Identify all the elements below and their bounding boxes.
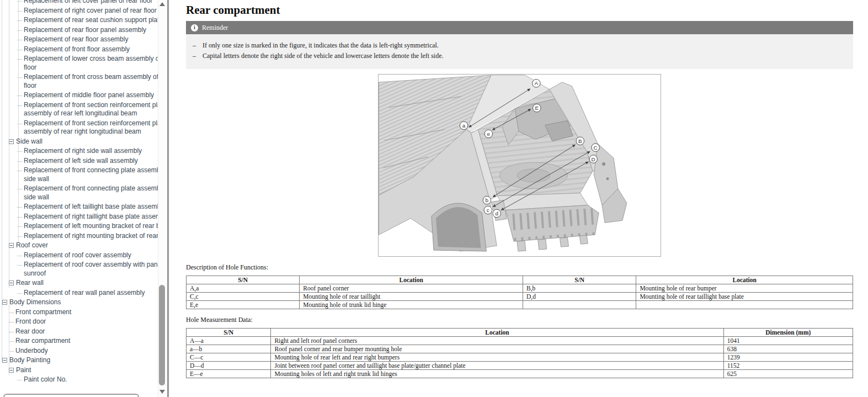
tree-item[interactable]: Replacement of roof cover assembly — [0, 251, 158, 261]
car-body-diagram: AEaeBCDbcd — [379, 75, 661, 256]
svg-text:D: D — [592, 156, 595, 162]
tree-item[interactable]: Replacement of left cover panel of rear … — [0, 0, 158, 6]
tree-item[interactable]: Front compartment — [0, 308, 158, 317]
tree-connector — [9, 332, 14, 332]
tree-item-label: Underbody — [15, 347, 48, 356]
tree-item-label: Replacement of rear seat cushion support… — [24, 16, 158, 25]
car-body-art — [379, 75, 627, 251]
navigation-sidebar: Replacement of left cover panel of rear … — [0, 0, 169, 397]
table-cell: B,b — [523, 284, 636, 293]
tree-group-rear-wall[interactable]: Rear wall — [0, 278, 158, 288]
tree-connector — [17, 293, 22, 294]
tree-item[interactable]: Replacement of right mounting bracket of… — [0, 231, 158, 241]
scroll-down-icon[interactable] — [159, 390, 165, 394]
tree-item[interactable]: Replacement of roof cover assembly with … — [0, 260, 158, 278]
tree-item[interactable]: Replacement of right side wall assembly — [0, 146, 158, 156]
tree-item[interactable]: Underbody — [0, 346, 158, 356]
tree-item[interactable]: Replacement of front connecting plate as… — [0, 166, 158, 184]
tree-item[interactable]: Replacement of middle floor panel assemb… — [0, 91, 158, 100]
note-text: Capital letters denote the right side of… — [203, 52, 444, 60]
table-cell: Mounting hole of rear bumper — [636, 284, 853, 293]
tree-item-label: Replacement of front connecting plate as… — [24, 184, 158, 202]
tree-item-label: Replacement of rear floor assembly — [24, 35, 128, 44]
svg-text:C: C — [594, 145, 598, 151]
table-cell: A,a — [187, 284, 300, 293]
tree-item[interactable]: Replacement of left mounting bracket of … — [0, 221, 158, 231]
tree-connector — [17, 161, 22, 162]
tree-item[interactable]: Replacement of right cover panel of rear… — [0, 6, 158, 16]
collapse-icon[interactable] — [9, 243, 14, 248]
tree-item[interactable]: Replacement of left taillight base plate… — [0, 202, 158, 212]
sidebar-tree: Replacement of left cover panel of rear … — [0, 0, 158, 385]
collapse-icon[interactable] — [9, 280, 14, 285]
tree-item[interactable]: Replacement of front connecting plate as… — [0, 184, 158, 202]
tree-item[interactable]: Front door — [0, 317, 158, 327]
tree-item[interactable]: Replacement of lower cross beam assembly… — [0, 54, 158, 72]
tree-group-body-dimensions[interactable]: Body Dimensions — [0, 298, 158, 308]
tree-item-label: Replacement of lower cross beam assembly… — [24, 55, 158, 72]
tree-connector — [9, 341, 14, 342]
table-cell: Mounting hole of rear left and rear righ… — [271, 353, 723, 362]
tree-group-side-wall[interactable]: Side wall — [0, 137, 158, 147]
tree-item[interactable]: Replacement of front floor assembly — [0, 45, 158, 55]
svg-text:A: A — [535, 80, 539, 86]
hole-functions-table: S/NLocationS/NLocationA,aRoof panel corn… — [186, 276, 853, 309]
tree-item[interactable]: Replacement of rear floor assembly — [0, 35, 158, 45]
tree-item-label: Rear wall — [16, 279, 44, 288]
tree-item[interactable]: Replacement of rear wall panel assembly — [0, 288, 158, 298]
svg-text:c: c — [487, 207, 489, 213]
tree-item[interactable]: Paint color No. — [0, 375, 158, 385]
table-cell: E,e — [187, 301, 300, 309]
tree-connector — [17, 151, 22, 152]
collapse-icon[interactable] — [9, 139, 14, 144]
reminder-notes: –If only one size is marked in the figur… — [186, 34, 853, 69]
note-text: If only one size is marked in the figure… — [203, 41, 439, 49]
table-cell: Roof panel corner and rear bumper mounti… — [271, 345, 723, 353]
tree-group-body-painting[interactable]: Body Painting — [0, 356, 158, 366]
tree-group-roof-cover[interactable]: Roof cover — [0, 241, 158, 251]
tree-group-paint[interactable]: Paint — [0, 366, 158, 375]
sidebar-horizontal-scrollbar[interactable] — [3, 394, 139, 397]
hole-measurements-table: S/NLocationDimension (mm)A—aRight and le… — [186, 328, 853, 378]
table-cell: Roof panel corner — [300, 284, 523, 293]
tree-item-label: Rear compartment — [15, 337, 70, 346]
tree-item-label: Replacement of right mounting bracket of… — [24, 232, 158, 241]
figure-point-label-b: b — [483, 196, 491, 204]
tree-connector — [17, 11, 22, 12]
scroll-up-icon[interactable] — [159, 2, 165, 6]
scrollbar-thumb[interactable] — [159, 285, 165, 385]
reminder-banner: i Reminder — [186, 21, 853, 34]
table-row: C,cMounting hole of rear taillightD,dMou… — [187, 293, 853, 301]
bullet-dash: – — [193, 52, 203, 60]
collapse-icon[interactable] — [9, 368, 14, 373]
tree-item[interactable]: Replacement of front cross beam assembly… — [0, 72, 158, 91]
tree-connector — [17, 236, 22, 237]
tree-item[interactable]: Replacement of front section reinforceme… — [0, 119, 158, 137]
tree-connector — [17, 124, 22, 124]
table-cell: 1239 — [723, 353, 853, 362]
tree-item-label: Replacement of roof cover assembly — [24, 251, 131, 260]
table-row: A—aRight and left roof panel corners1041 — [187, 337, 853, 345]
tree-item[interactable]: Replacement of rear seat cushion support… — [0, 15, 158, 25]
tree-item-label: Front compartment — [15, 308, 71, 317]
tree-item-label: Paint — [16, 366, 31, 375]
tree-connector — [17, 256, 22, 256]
collapse-icon[interactable] — [2, 300, 7, 305]
tree-item[interactable]: Replacement of rear floor panel assembly — [0, 25, 158, 35]
tree-connector — [17, 59, 22, 60]
tree-connector — [17, 105, 22, 106]
tree-connector — [17, 226, 22, 227]
svg-text:E: E — [535, 105, 539, 111]
column-header: Dimension (mm) — [723, 329, 853, 337]
tree-item[interactable]: Replacement of right taillight base plat… — [0, 212, 158, 222]
tree-item[interactable]: Rear compartment — [0, 336, 158, 346]
collapse-icon[interactable] — [2, 358, 7, 363]
sidebar-vertical-scrollbar[interactable] — [158, 0, 166, 397]
table-row: E,eMounting hole of trunk lid hinge — [187, 301, 853, 309]
table-header-row: S/NLocationS/NLocation — [187, 276, 853, 284]
table-row: a—bRoof panel corner and rear bumper mou… — [187, 345, 853, 353]
tree-item[interactable]: Replacement of left side wall assembly — [0, 156, 158, 166]
table-cell: Mounting holes of left and right trunk l… — [271, 370, 723, 378]
tree-item[interactable]: Replacement of front section reinforceme… — [0, 100, 158, 119]
tree-item[interactable]: Rear door — [0, 327, 158, 337]
